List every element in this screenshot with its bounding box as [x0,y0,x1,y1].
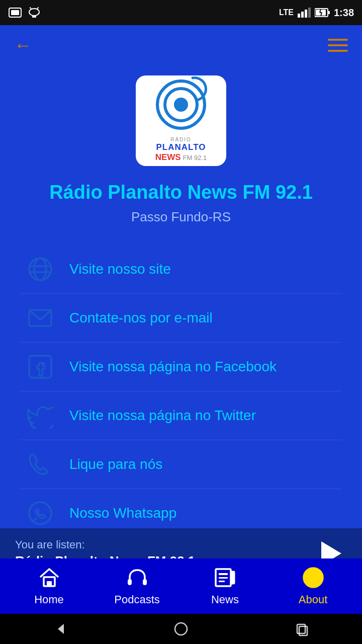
action-website[interactable]: Visite nosso site [20,245,342,294]
action-phone[interactable]: Lique para nós [20,440,342,489]
facebook-label: Visite nossa página no Facebook [69,359,277,375]
nav-about[interactable]: About [273,567,353,606]
svg-rect-7 [301,12,304,18]
svg-rect-6 [298,14,300,18]
svg-rect-5 [32,16,36,18]
player-listening-label: You are listen: [15,538,195,551]
android-icon [27,7,41,18]
nav-news[interactable]: News [185,567,265,606]
facebook-icon [25,352,55,382]
svg-rect-28 [219,573,228,575]
android-back-button[interactable] [48,619,73,639]
top-nav: ← [0,25,362,65]
action-twitter[interactable]: Visite nossa página no Twitter [20,391,342,440]
action-facebook[interactable]: Visite nossa página no Facebook [20,343,342,391]
svg-rect-26 [143,579,147,585]
svg-rect-31 [231,571,235,584]
android-nav-bar [0,614,362,644]
status-right: LTE 1:38 [279,7,354,19]
status-left [8,7,41,18]
nav-news-label: News [211,593,239,606]
svg-rect-8 [305,10,307,18]
website-label: Visite nosso site [69,261,171,277]
menu-line-1 [328,39,348,41]
phone-label: Lique para nós [69,456,162,472]
whatsapp-icon [25,498,55,528]
actions-list: Visite nosso site Contate-nos por e-mail… [20,245,342,537]
android-recents-button[interactable] [289,619,314,639]
svg-point-16 [29,258,51,280]
svg-line-4 [37,8,38,9]
svg-rect-25 [128,579,132,585]
nav-podcasts[interactable]: Podcasts [97,567,177,606]
svg-rect-29 [219,577,228,579]
action-email[interactable]: Contate-nos por e-mail [20,294,342,343]
whatsapp-label: Nosso Whatsapp [69,505,176,521]
svg-rect-37 [297,624,305,633]
station-logo: rádio PLANALTO NEWS FM 92.1 [136,75,226,166]
email-icon [25,303,55,333]
main-content: rádio PLANALTO NEWS FM 92.1 Rádio Planal… [0,65,362,547]
svg-rect-24 [47,581,52,586]
menu-button[interactable] [328,39,348,52]
svg-rect-21 [29,356,51,378]
phone-icon [25,449,55,479]
android-home-button[interactable] [168,619,194,639]
svg-rect-1 [11,10,19,15]
battery-icon [315,8,330,18]
twitter-label: Visite nossa página no Twitter [69,408,256,424]
signal-icon [298,8,311,18]
status-bar: LTE 1:38 [0,0,362,25]
svg-marker-35 [58,624,64,634]
twitter-icon [25,400,55,431]
headphones-icon [125,567,150,589]
svg-rect-11 [328,11,330,14]
menu-line-2 [328,44,348,46]
nav-home[interactable]: Home [9,567,89,606]
svg-rect-30 [219,581,225,582]
email-label: Contate-nos por e-mail [69,310,213,326]
back-button[interactable]: ← [14,36,32,54]
bottom-nav: Home Podcasts News [0,558,362,614]
home-icon [37,567,62,589]
svg-point-36 [175,623,187,635]
info-icon [301,567,326,589]
news-icon [213,567,238,589]
nav-podcasts-label: Podcasts [114,593,160,606]
time-display: 1:38 [334,7,354,19]
svg-point-34 [312,572,314,574]
svg-point-17 [34,258,46,280]
lte-label: LTE [279,8,294,17]
nav-about-label: About [299,593,328,606]
svg-point-2 [29,9,39,16]
svg-rect-9 [308,8,311,18]
station-title: Rádio Planalto News FM 92.1 [49,181,313,204]
svg-line-3 [30,8,31,9]
station-location: Passo Fundo-RS [131,209,231,225]
sim-icon [8,7,22,18]
svg-rect-38 [299,626,307,635]
nav-home-label: Home [34,593,64,606]
globe-icon [25,254,55,284]
menu-line-3 [328,50,348,52]
svg-point-22 [29,502,51,524]
